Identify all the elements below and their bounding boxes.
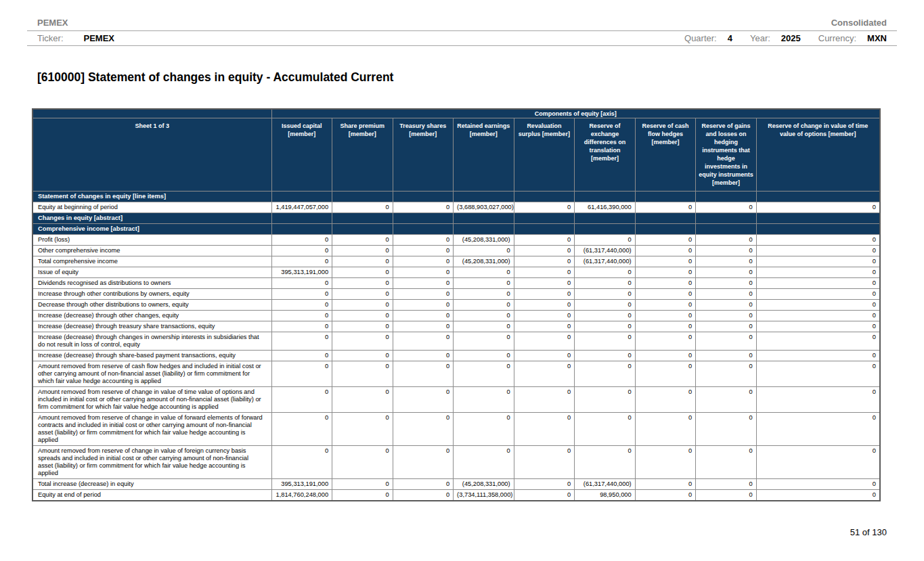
table-row: Amount removed from reserve of change in… — [32, 413, 880, 446]
value-cell: 0 — [514, 235, 575, 246]
value-cell: 0 — [332, 235, 393, 246]
value-cell: 0 — [454, 278, 514, 289]
value-cell: 0 — [393, 332, 454, 351]
value-cell: 0 — [575, 235, 636, 246]
value-cell: 0 — [696, 321, 757, 332]
column-header-retained-earnings: Retained earnings [member] — [454, 118, 514, 192]
value-cell: 0 — [271, 235, 332, 246]
row-label: Equity at end of period — [32, 490, 271, 501]
value-cell: 0 — [575, 289, 636, 300]
value-cell: (3,688,903,027,000) — [454, 202, 514, 213]
value-cell: (61,317,440,000) — [575, 479, 636, 490]
row-label: Total increase (decrease) in equity — [32, 479, 271, 490]
value-cell: 0 — [696, 413, 757, 446]
value-cell: 0 — [635, 351, 696, 361]
row-label: Amount removed from reserve of change in… — [32, 387, 271, 413]
value-cell: 0 — [332, 311, 393, 321]
row-label: Other comprehensive income — [32, 246, 271, 256]
value-cell: 0 — [393, 246, 454, 256]
section-cell — [454, 213, 514, 224]
value-cell: 0 — [635, 235, 696, 246]
section-cell — [514, 213, 575, 224]
value-cell: 0 — [635, 311, 696, 321]
page-number: 51 of 130 — [850, 527, 887, 537]
value-cell: 0 — [393, 267, 454, 278]
value-cell: 0 — [393, 387, 454, 413]
value-cell: 0 — [756, 278, 880, 289]
quarter-value: 4 — [728, 33, 732, 43]
column-header-reserve-time-value-options: Reserve of change in value of time value… — [756, 118, 880, 192]
row-label: Amount removed from reserve of change in… — [32, 446, 271, 479]
value-cell: (61,317,440,000) — [575, 246, 636, 256]
value-cell: 0 — [756, 267, 880, 278]
table-row: Amount removed from reserve of change in… — [32, 387, 880, 413]
value-cell: 0 — [514, 289, 575, 300]
consolidated-label: Consolidated — [831, 18, 887, 28]
value-cell: 0 — [271, 311, 332, 321]
value-cell: 0 — [332, 332, 393, 351]
value-cell: 0 — [514, 311, 575, 321]
value-cell: 0 — [393, 311, 454, 321]
section-cell — [393, 213, 454, 224]
value-cell: 0 — [756, 490, 880, 501]
value-cell: 0 — [635, 361, 696, 387]
value-cell: 0 — [696, 361, 757, 387]
value-cell: 0 — [271, 246, 332, 256]
value-cell: 0 — [332, 202, 393, 213]
section-cell — [393, 192, 454, 202]
table-row: Increase through other contributions by … — [32, 289, 880, 300]
value-cell: 0 — [696, 311, 757, 321]
table-body: Statement of changes in equity [line ite… — [32, 192, 880, 501]
value-cell: 0 — [575, 267, 636, 278]
row-label: Equity at beginning of period — [32, 202, 271, 213]
row-label: Amount removed from reserve of cash flow… — [32, 361, 271, 387]
value-cell: 0 — [332, 413, 393, 446]
value-cell: 0 — [393, 202, 454, 213]
table-row: Other comprehensive income00000(61,317,4… — [32, 246, 880, 256]
value-cell: 1,814,760,248,000 — [271, 490, 332, 501]
sheet-label: Sheet 1 of 3 — [32, 118, 271, 192]
value-cell: (61,317,440,000) — [575, 256, 636, 267]
value-cell: 0 — [271, 413, 332, 446]
section-label: Statement of changes in equity [line ite… — [32, 192, 271, 202]
value-cell: 0 — [696, 256, 757, 267]
section-cell — [696, 192, 757, 202]
section-cell — [575, 192, 636, 202]
value-cell: 0 — [756, 235, 880, 246]
value-cell: (45,208,331,000) — [454, 235, 514, 246]
banner-spacer-cell — [32, 109, 271, 118]
value-cell: 0 — [393, 300, 454, 311]
value-cell: 0 — [756, 246, 880, 256]
value-cell: 0 — [756, 446, 880, 479]
value-cell: 0 — [454, 246, 514, 256]
value-cell: 0 — [635, 332, 696, 351]
value-cell: 0 — [756, 256, 880, 267]
report-header: PEMEX Consolidated Ticker:PEMEX Quarter:… — [27, 18, 897, 46]
section-cell — [332, 213, 393, 224]
value-cell: 0 — [696, 278, 757, 289]
value-cell: 0 — [393, 289, 454, 300]
section-cell — [393, 224, 454, 235]
value-cell: 0 — [575, 300, 636, 311]
value-cell: 0 — [393, 256, 454, 267]
column-header-share-premium: Share premium [member] — [332, 118, 393, 192]
column-header-revaluation-surplus: Revaluation surplus [member] — [514, 118, 575, 192]
section-cell — [756, 213, 880, 224]
section-cell — [696, 224, 757, 235]
axis-banner: Components of equity [axis] — [271, 109, 880, 118]
value-cell: 0 — [575, 321, 636, 332]
value-cell: 0 — [332, 361, 393, 387]
value-cell: 0 — [696, 332, 757, 351]
row-label: Profit (loss) — [32, 235, 271, 246]
value-cell: 0 — [332, 321, 393, 332]
value-cell: 0 — [514, 361, 575, 387]
value-cell: 0 — [635, 446, 696, 479]
year-value: 2025 — [781, 33, 801, 43]
currency-label: Currency: — [818, 33, 856, 43]
row-label: Dividends recognised as distributions to… — [32, 278, 271, 289]
value-cell: 0 — [332, 267, 393, 278]
column-header-reserve-gains-losses-hedging: Reserve of gains and losses on hedging i… — [696, 118, 757, 192]
section-label: Changes in equity [abstract] — [32, 213, 271, 224]
quarter-label: Quarter: — [684, 33, 717, 43]
axis-banner-row: Components of equity [axis] — [32, 109, 880, 118]
